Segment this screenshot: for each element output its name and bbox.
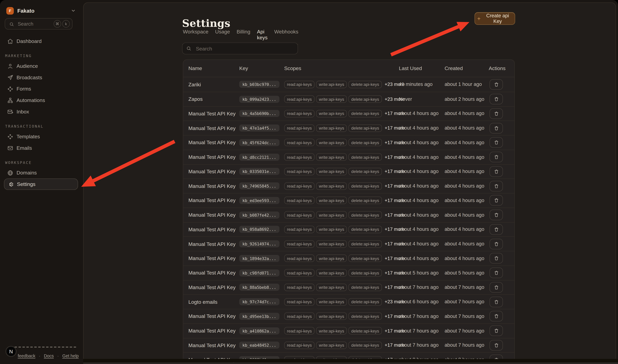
trash-icon (494, 212, 499, 218)
sidebar-item-emails[interactable]: Emails (4, 142, 78, 154)
sidebar-item-label: Emails (17, 145, 32, 151)
last-used-cell: about 4 hours ago (399, 241, 444, 247)
scopes-cell: read:api-keys write:api-keys delete:api-… (284, 240, 399, 248)
scope-badge: write:api-keys (316, 255, 347, 262)
sidebar-item-label: Domains (17, 170, 37, 176)
key-name: Manual Test API Key (188, 111, 239, 117)
cmd-key-badge: ⌘ (54, 20, 61, 27)
sidebar-item-dashboard[interactable]: Dashboard (4, 35, 78, 47)
created-cell: about 7 hours ago (445, 285, 489, 290)
send-icon (7, 74, 13, 81)
app-window: F Fakato ⌘ k Dashboard MARKETING (0, 0, 618, 364)
key-name: Manual Test API Key (188, 342, 239, 348)
delete-key-button[interactable] (489, 224, 503, 235)
key-name: Manual Test API Key (188, 226, 239, 232)
key-name: Logto emails (188, 299, 239, 305)
created-cell: about 4 hours ago (445, 227, 489, 232)
api-key-value: kb_1894e32a... (239, 255, 279, 262)
table-search-input[interactable] (195, 45, 294, 52)
table-row: Manual Test API Key kb_058a8692... read:… (183, 222, 514, 236)
get-help-link[interactable]: Get help (62, 353, 79, 358)
api-keys-table: Name Key Scopes Last Used Created Action… (183, 60, 515, 364)
delete-key-button[interactable] (489, 152, 503, 162)
api-key-value: kb_eab48452... (239, 342, 279, 349)
trash-icon (494, 241, 499, 247)
user-avatar[interactable]: N (6, 346, 17, 357)
api-key-value: kb_a410862a... (239, 327, 279, 334)
delete-key-button[interactable] (489, 325, 503, 336)
delete-key-button[interactable] (489, 268, 503, 278)
table-row: Manual Test API Key kb_d8cc2121... read:… (183, 150, 514, 164)
sidebar-section: WORKSPACE Domains Settings (4, 160, 78, 190)
tab-billing[interactable]: Billing (236, 29, 251, 40)
delete-key-button[interactable] (489, 181, 503, 191)
scope-badge: write:api-keys (316, 211, 347, 219)
sidebar: F Fakato ⌘ k Dashboard MARKETING (0, 0, 83, 364)
sidebar-item-templates[interactable]: Templates (4, 131, 78, 142)
delete-key-button[interactable] (489, 79, 503, 90)
last-used-cell: about 4 hours ago (399, 125, 444, 131)
delete-key-button[interactable] (489, 108, 503, 119)
created-cell: about 7 hours ago (445, 328, 489, 334)
delete-key-button[interactable] (489, 311, 503, 322)
delete-key-button[interactable] (489, 340, 503, 351)
delete-key-button[interactable] (489, 297, 503, 307)
user-icon (7, 63, 13, 69)
delete-key-button[interactable] (489, 195, 503, 206)
scope-badge: delete:api-keys (348, 312, 382, 320)
sidebar-item-audience[interactable]: Audience (4, 60, 78, 72)
delete-key-button[interactable] (489, 94, 503, 104)
delete-key-button[interactable] (489, 166, 503, 177)
delete-key-button[interactable] (489, 137, 503, 148)
docs-link[interactable]: Docs (44, 353, 54, 358)
created-cell: about 7 hours ago (445, 342, 489, 348)
sidebar-item-domains[interactable]: Domains (4, 167, 78, 179)
table-row: Manual Test API Key kb_92614974... read:… (183, 236, 514, 251)
scope-badge: write:api-keys (316, 182, 347, 190)
sidebar-item-settings[interactable]: Settings (4, 178, 78, 190)
tab-webhooks[interactable]: Webhooks (273, 29, 299, 40)
tab-api-keys[interactable]: Api keys (256, 29, 268, 40)
last-used-cell: 41 minutes ago (399, 82, 444, 87)
delete-key-button[interactable] (489, 282, 503, 293)
table-search (182, 42, 298, 54)
delete-key-button[interactable] (489, 123, 503, 133)
scope-badge: read:api-keys (284, 211, 315, 219)
last-used-cell: about 7 hours ago (399, 342, 444, 348)
scope-badge: delete:api-keys (348, 327, 382, 335)
scope-badge: delete:api-keys (348, 269, 382, 277)
table-row: Logto emails kb_97c74d7c... read:api-key… (183, 294, 514, 309)
api-key-value: kb_92614974... (239, 240, 279, 247)
sidebar-item-inbox[interactable]: Inbox (4, 106, 78, 117)
sidebar-item-broadcasts[interactable]: Broadcasts (4, 72, 78, 83)
scope-badge: write:api-keys (316, 226, 347, 233)
delete-key-button[interactable] (489, 239, 503, 249)
last-used-cell: Never (399, 96, 444, 102)
sidebar-section: Dashboard (4, 35, 78, 47)
last-used-cell: about 7 hours ago (399, 328, 444, 334)
trash-icon (494, 97, 499, 102)
shapes-icon (7, 133, 13, 140)
sidebar-item-label: Templates (17, 133, 40, 139)
scopes-cell: read:api-keys write:api-keys delete:api-… (284, 197, 399, 204)
scopes-cell: read:api-keys write:api-keys delete:api-… (284, 110, 399, 117)
table-row: Manual Test API Key kb_45f624dc... read:… (183, 135, 514, 150)
feedback-link[interactable]: feedback (18, 353, 35, 358)
tab-workspace[interactable]: Workspace (182, 29, 209, 40)
api-key-value: kb_d95ee13b... (239, 313, 279, 320)
tab-usage[interactable]: Usage (214, 29, 231, 40)
sidebar-item-automations[interactable]: Automations (4, 95, 78, 106)
scopes-cell: read:api-keys write:api-keys delete:api-… (284, 95, 399, 103)
key-name: Manual Test API Key (188, 255, 239, 261)
delete-key-button[interactable] (489, 209, 503, 220)
api-key-value: kb_c98fd071... (239, 269, 279, 276)
key-name: Manual Test API Key (188, 197, 239, 203)
sidebar-section: MARKETING Audience Broadcasts Forms Auto… (4, 54, 78, 117)
settings-tabs: Workspace Usage Billing Api keys Webhook… (182, 29, 298, 45)
sidebar-search-input[interactable] (17, 21, 52, 27)
create-api-key-button[interactable]: + Create api Key (475, 12, 515, 25)
sidebar-item-forms[interactable]: Forms (4, 83, 78, 95)
trash-icon (494, 314, 499, 319)
workspace-switcher[interactable]: F Fakato (4, 4, 79, 17)
delete-key-button[interactable] (489, 253, 503, 264)
